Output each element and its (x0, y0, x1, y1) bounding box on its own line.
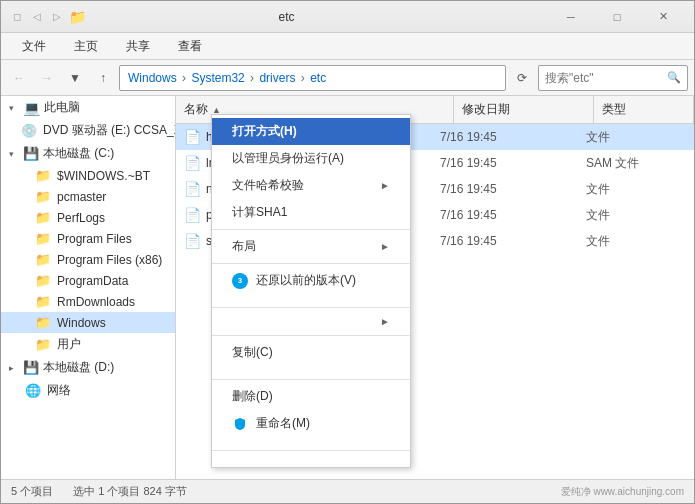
file-type-lmhosts: SAM 文件 (586, 155, 686, 172)
sidebar-label-pcmaster: pcmaster (57, 190, 106, 204)
file-date-lmhosts: 7/16 19:45 (440, 156, 580, 170)
folder-icon-rmd: 📁 (35, 294, 51, 309)
sidebar-item-this-pc[interactable]: ▾ 💻 此电脑 (1, 96, 175, 119)
col-header-type[interactable]: 类型 (594, 96, 694, 123)
col-header-date[interactable]: 修改日期 (454, 96, 594, 123)
sidebar-label-rmdownloads: RmDownloads (57, 295, 135, 309)
ctx-item-open[interactable]: 打开方式(H) (212, 118, 410, 145)
folder-icon-wbt: 📁 (35, 168, 51, 183)
sidebar-item-local-c[interactable]: ▾ 💾 本地磁盘 (C:) (1, 142, 175, 165)
tab-share[interactable]: 共享 (113, 33, 163, 59)
sidebar-label-program-files: Program Files (57, 232, 132, 246)
ctx-label-360scan: 还原以前的版本(V) (256, 272, 356, 289)
watermark: 爱纯净 www.aichunjing.com (561, 485, 684, 499)
ctx-item-copy[interactable] (212, 366, 410, 376)
sidebar-item-windows-bt[interactable]: 📁 $WINDOWS.~BT (1, 165, 175, 186)
file-date-services: 7/16 19:45 (440, 234, 580, 248)
forward-button[interactable]: → (35, 66, 59, 90)
address-bar[interactable]: Windows › System32 › drivers › etc (119, 65, 506, 91)
ctx-label-sha1: 计算SHA1 (232, 204, 287, 221)
sidebar-label-program-files-x86: Program Files (x86) (57, 253, 162, 267)
sidebar-item-pcmaster[interactable]: 📁 pcmaster (1, 186, 175, 207)
refresh-button[interactable]: ⟳ (510, 65, 534, 91)
ctx-item-delete[interactable]: 重命名(M) (212, 410, 410, 437)
quick-access-icon: ◻ (9, 9, 25, 25)
tab-view[interactable]: 查看 (165, 33, 215, 59)
ctx-item-shortcut[interactable]: 删除(D) (212, 383, 410, 410)
expand-arrow-this-pc: ▾ (9, 103, 19, 113)
sidebar-label-windows-bt: $WINDOWS.~BT (57, 169, 150, 183)
ctx-item-cut[interactable]: 复制(C) (212, 339, 410, 366)
sidebar-item-program-files[interactable]: 📁 Program Files (1, 228, 175, 249)
sidebar-item-network[interactable]: 🌐 网络 (1, 379, 175, 402)
computer-icon: 💻 (23, 100, 40, 116)
ctx-item-360scan[interactable]: 3 还原以前的版本(V) (212, 267, 410, 294)
ribbon: 文件 主页 共享 查看 (1, 33, 694, 60)
tab-home[interactable]: 主页 (61, 33, 111, 59)
sort-arrow-name: ▲ (212, 105, 221, 115)
ctx-label-delete: 重命名(M) (256, 415, 310, 432)
sidebar-item-programdata[interactable]: 📁 ProgramData (1, 270, 175, 291)
ctx-item-sha1[interactable]: 计算SHA1 (212, 199, 410, 226)
minimize-button[interactable]: ─ (548, 1, 594, 33)
tab-file[interactable]: 文件 (9, 33, 59, 59)
maximize-button[interactable]: □ (594, 1, 640, 33)
sidebar-label-perflogs: PerfLogs (57, 211, 105, 225)
file-type-networks: 文件 (586, 181, 686, 198)
context-menu: 打开方式(H) 以管理员身份运行(A) 文件哈希校验 ► 计算SHA1 布局 ► (211, 114, 411, 468)
sidebar-label-local-d: 本地磁盘 (D:) (43, 359, 114, 376)
local-d-icon: 💾 (23, 360, 39, 375)
360-badge: 3 (232, 273, 248, 289)
status-bar: 5 个项目 选中 1 个项目 824 字节 爱纯净 www.aichunjing… (1, 479, 694, 503)
sidebar-item-program-files-x86[interactable]: 📁 Program Files (x86) (1, 249, 175, 270)
ctx-label-open: 打开方式(H) (232, 123, 297, 140)
file-icon-hosts: 📄 (184, 129, 200, 145)
sidebar-item-local-d[interactable]: ▸ 💾 本地磁盘 (D:) (1, 356, 175, 379)
up-button[interactable]: ↑ (91, 66, 115, 90)
folder-icon-perflogs: 📁 (35, 210, 51, 225)
file-icon-protocol: 📄 (184, 207, 200, 223)
search-bar[interactable]: 🔍 (538, 65, 688, 91)
file-icon-services: 📄 (184, 233, 200, 249)
dvd-icon: 💿 (21, 123, 37, 138)
file-date-networks: 7/16 19:45 (440, 182, 580, 196)
ctx-360-icon: 3 (232, 273, 248, 289)
sidebar-item-rmdownloads[interactable]: 📁 RmDownloads (1, 291, 175, 312)
folder-icon-pcmaster: 📁 (35, 189, 51, 204)
ctx-label-run-as-admin: 以管理员身份运行(A) (232, 150, 344, 167)
path-part-drivers[interactable]: drivers (259, 71, 295, 85)
folder-icon-users: 📁 (35, 337, 51, 352)
sidebar-label-network: 网络 (47, 382, 71, 399)
path-part-windows[interactable]: Windows (128, 71, 177, 85)
ctx-item-properties[interactable] (212, 454, 410, 464)
address-bar-row: ← → ▼ ↑ Windows › System32 › drivers › e… (1, 60, 694, 96)
ctx-item-rename[interactable] (212, 437, 410, 447)
search-input[interactable] (545, 71, 663, 85)
ctx-item-restore[interactable] (212, 294, 410, 304)
ctx-item-run-as-admin[interactable]: 以管理员身份运行(A) (212, 145, 410, 172)
sidebar-item-users[interactable]: 📁 用户 (1, 333, 175, 356)
path-part-system32[interactable]: System32 (191, 71, 244, 85)
sidebar-item-windows[interactable]: 📁 Windows (1, 312, 175, 333)
local-c-icon: 💾 (23, 146, 39, 161)
path-part-etc[interactable]: etc (310, 71, 326, 85)
status-selected: 选中 1 个项目 824 字节 (73, 484, 187, 499)
status-count: 5 个项目 (11, 484, 53, 499)
network-icon: 🌐 (25, 383, 41, 398)
ctx-item-sendto[interactable]: ► (212, 311, 410, 332)
back-button[interactable]: ← (7, 66, 31, 90)
recent-locations-button[interactable]: ▼ (63, 66, 87, 90)
search-icon: 🔍 (667, 71, 681, 84)
ctx-label-shortcut: 删除(D) (232, 388, 273, 405)
file-icon-lmhosts: 📄 (184, 155, 200, 171)
file-type-hosts: 文件 (586, 129, 686, 146)
sidebar-item-perflogs[interactable]: 📁 PerfLogs (1, 207, 175, 228)
close-button[interactable]: ✕ (640, 1, 686, 33)
sidebar-item-dvd[interactable]: 💿 DVD 驱动器 (E:) CCSA_X6... (1, 119, 175, 142)
ctx-item-hash[interactable]: 文件哈希校验 ► (212, 172, 410, 199)
content-area: 名称 ▲ 修改日期 类型 📄 hosts 7/16 19:45 文件 (176, 96, 694, 479)
ctx-item-layout[interactable]: 布局 ► (212, 233, 410, 260)
file-date-hosts: 7/16 19:45 (440, 130, 580, 144)
main-area: ▾ 💻 此电脑 💿 DVD 驱动器 (E:) CCSA_X6... ▾ 💾 本地… (1, 96, 694, 479)
ctx-label-cut: 复制(C) (232, 344, 273, 361)
